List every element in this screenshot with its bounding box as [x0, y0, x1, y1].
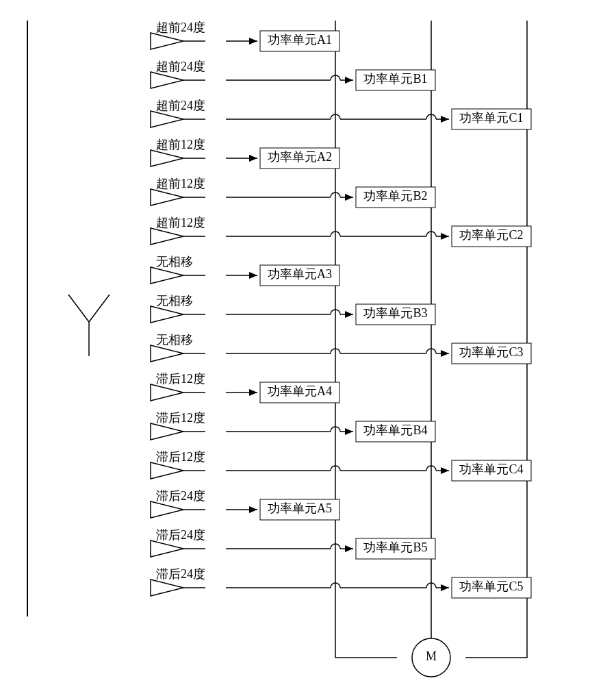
phase-shift-label: 超前24度: [156, 21, 205, 34]
winding-row: 滞后12度功率单元C4: [151, 450, 531, 481]
delta-winding-icon: [151, 150, 183, 166]
winding-row: 滞后12度功率单元A4: [151, 372, 339, 403]
power-unit-label: 功率单元B4: [363, 423, 427, 437]
svg-line-2: [89, 295, 110, 322]
delta-winding-icon: [151, 580, 183, 596]
delta-winding-icon: [151, 33, 183, 49]
phase-shift-label: 滞后24度: [156, 567, 205, 581]
primary-winding: [27, 21, 110, 616]
svg-line-1: [68, 295, 89, 322]
power-unit-label: 功率单元A4: [268, 384, 332, 398]
delta-winding-icon: [151, 228, 183, 245]
delta-winding-icon: [151, 72, 183, 88]
delta-winding-icon: [151, 306, 183, 323]
winding-row: 超前24度功率单元C1: [151, 99, 531, 129]
phase-shift-label: 超前12度: [156, 138, 205, 151]
winding-row: 超前12度功率单元A2: [151, 138, 339, 169]
phase-shift-label: 超前12度: [156, 177, 205, 190]
winding-row: 无相移功率单元B3: [151, 294, 435, 325]
phase-shift-label: 无相移: [156, 333, 193, 347]
winding-row: 滞后24度功率单元A5: [151, 489, 339, 520]
motor: M: [335, 638, 527, 677]
power-unit-label: 功率单元B3: [363, 306, 427, 320]
power-unit-label: 功率单元B5: [363, 540, 427, 554]
power-unit-label: 功率单元C5: [459, 580, 523, 593]
winding-row: 滞后12度功率单元B4: [151, 411, 435, 442]
phase-shift-label: 滞后12度: [156, 372, 205, 386]
winding-row: 滞后24度功率单元C5: [151, 567, 531, 598]
winding-row: 无相移功率单元A3: [151, 255, 339, 286]
power-unit-label: 功率单元A1: [268, 33, 332, 47]
phase-shift-diagram: 超前24度功率单元A1超前24度功率单元B1超前24度功率单元C1超前12度功率…: [0, 0, 616, 685]
phase-shift-label: 超前24度: [156, 60, 205, 73]
delta-winding-icon: [151, 384, 183, 401]
winding-row: 超前12度功率单元B2: [151, 177, 435, 208]
delta-winding-icon: [151, 423, 183, 440]
delta-winding-icon: [151, 462, 183, 479]
delta-winding-icon: [151, 501, 183, 518]
delta-winding-icon: [151, 345, 183, 362]
power-unit-label: 功率单元A5: [268, 501, 332, 515]
power-unit-label: 功率单元B1: [363, 72, 427, 86]
winding-row: 超前24度功率单元A1: [151, 21, 339, 51]
delta-winding-icon: [151, 111, 183, 127]
phase-shift-label: 无相移: [156, 255, 193, 269]
phase-shift-label: 超前12度: [156, 216, 205, 229]
phase-shift-label: 滞后24度: [156, 489, 205, 503]
phase-shift-label: 无相移: [156, 294, 193, 308]
wye-symbol: [68, 295, 110, 356]
power-unit-label: 功率单元C1: [459, 111, 523, 125]
delta-winding-icon: [151, 189, 183, 206]
phase-shift-label: 超前24度: [156, 99, 205, 112]
power-unit-label: 功率单元C3: [459, 345, 523, 359]
winding-row: 超前24度功率单元B1: [151, 60, 435, 90]
winding-row: 滞后24度功率单元B5: [151, 528, 435, 559]
winding-row: 超前12度功率单元C2: [151, 216, 531, 247]
power-unit-label: 功率单元C4: [459, 462, 523, 476]
power-unit-label: 功率单元A2: [268, 150, 332, 164]
power-unit-label: 功率单元C2: [459, 228, 523, 242]
phase-shift-label: 滞后12度: [156, 411, 205, 425]
winding-row: 无相移功率单元C3: [151, 333, 531, 364]
phase-shift-label: 滞后24度: [156, 528, 205, 542]
power-unit-label: 功率单元A3: [268, 267, 332, 281]
power-unit-label: 功率单元B2: [363, 189, 427, 203]
phase-shift-label: 滞后12度: [156, 450, 205, 464]
delta-winding-icon: [151, 267, 183, 284]
motor-label: M: [426, 649, 437, 663]
delta-winding-icon: [151, 540, 183, 557]
